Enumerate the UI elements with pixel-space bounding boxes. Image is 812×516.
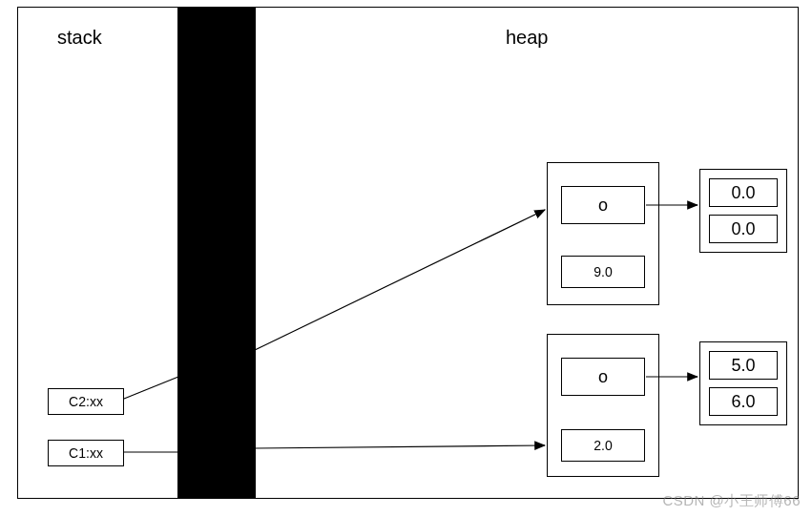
stack-item-label: C1:xx: [69, 445, 103, 461]
heap-object-1-field: 9.0: [561, 256, 645, 288]
diagram-canvas: stack heap C2:xx C1:xx o 9.0 0.0 0.0 o 2…: [0, 0, 812, 516]
heap-target-value: 0.0: [731, 219, 755, 239]
divider-block: [178, 7, 255, 499]
heap-title: heap: [506, 27, 549, 49]
stack-item-c1: C1:xx: [48, 440, 124, 466]
heap-target-2-val0: 5.0: [709, 351, 778, 380]
stack-region: [17, 7, 178, 499]
heap-object-ref-label: o: [598, 196, 608, 216]
heap-object-2-field: 2.0: [561, 429, 645, 462]
heap-target-1-val0: 0.0: [709, 178, 778, 207]
heap-object-2-ref: o: [561, 358, 645, 396]
heap-object-field-value: 9.0: [593, 264, 612, 279]
stack-title: stack: [57, 27, 102, 49]
stack-item-c2: C2:xx: [48, 388, 124, 415]
stack-item-label: C2:xx: [69, 394, 103, 409]
heap-target-value: 6.0: [731, 392, 755, 412]
heap-target-2-val1: 6.0: [709, 387, 778, 416]
heap-object-1-ref: o: [561, 186, 645, 224]
heap-target-1-val1: 0.0: [709, 215, 778, 243]
heap-target-value: 5.0: [731, 356, 755, 376]
heap-object-field-value: 2.0: [593, 438, 612, 453]
heap-target-value: 0.0: [731, 183, 755, 203]
heap-object-ref-label: o: [598, 367, 608, 387]
